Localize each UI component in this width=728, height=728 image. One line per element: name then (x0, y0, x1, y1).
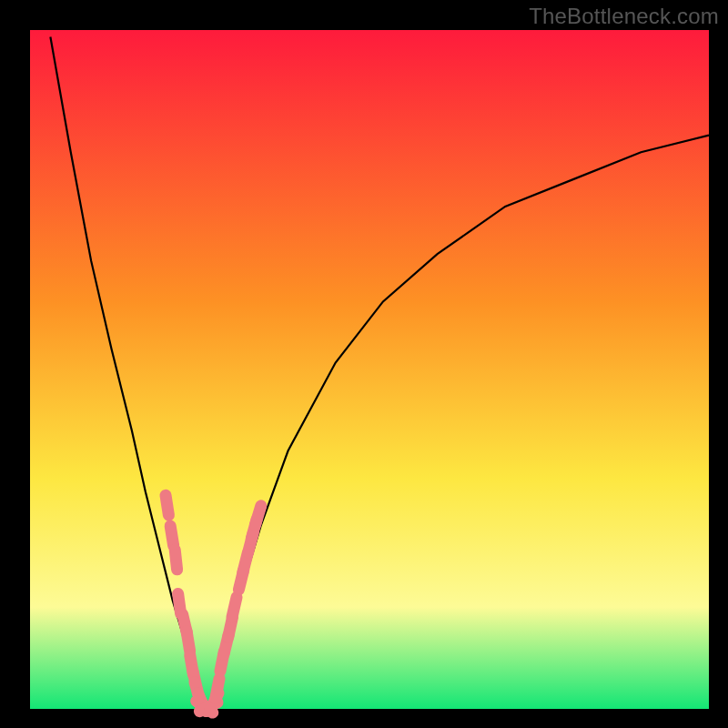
marker-pill (232, 597, 237, 616)
chart-stage: TheBottleneck.com (0, 0, 728, 728)
marker-pill (170, 526, 174, 546)
marker-pill (256, 506, 261, 525)
marker-pill (187, 632, 190, 652)
watermark-label: TheBottleneck.com (529, 4, 719, 29)
marker-pill (166, 495, 168, 515)
bottleneck-plot (0, 0, 728, 728)
marker-pill (216, 679, 219, 699)
plot-background (30, 30, 709, 709)
marker-pill (175, 550, 177, 570)
